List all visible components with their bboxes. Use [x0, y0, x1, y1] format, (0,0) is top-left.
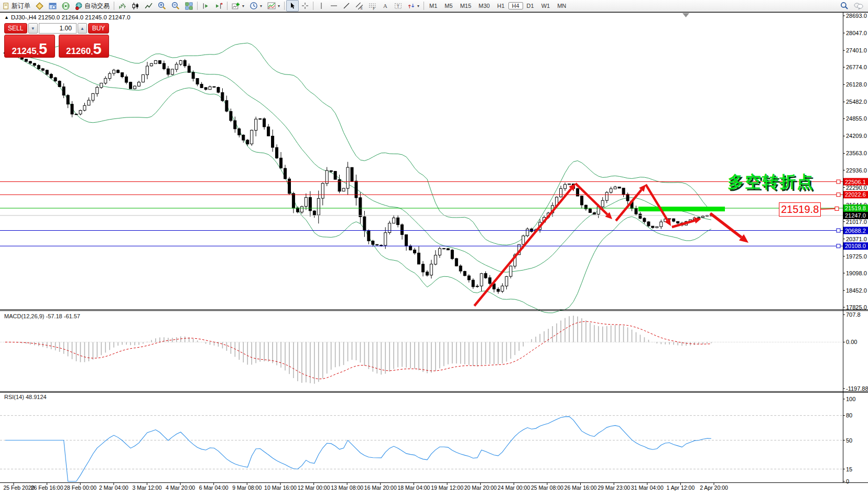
volume-up-button[interactable]: ▲	[78, 23, 87, 34]
svg-text:0.00: 0.00	[846, 339, 857, 345]
tile-windows-button[interactable]	[182, 0, 196, 12]
sound-button[interactable]	[59, 0, 72, 12]
buy-button[interactable]: BUY	[88, 23, 109, 34]
timeframe-button-M30[interactable]: M30	[475, 2, 493, 9]
collapse-arrow-icon[interactable]: ▲	[4, 15, 9, 20]
symbol-ohlc-text: DJ30-,H4 21250.0 21264.0 21245.0 21247.0	[11, 14, 131, 20]
market-watch-button[interactable]	[33, 0, 46, 12]
symbol-info-line[interactable]: ▲ DJ30-,H4 21250.0 21264.0 21245.0 21247…	[4, 14, 131, 20]
svg-text:707.8: 707.8	[846, 311, 861, 318]
trendline-icon	[343, 2, 350, 9]
svg-text:3 Mar 12:00: 3 Mar 12:00	[132, 485, 161, 491]
periods-button[interactable]: ▾	[247, 0, 265, 12]
svg-text:25 Mar 08:00: 25 Mar 08:00	[531, 485, 563, 491]
callout-anchor-handle[interactable]	[835, 207, 839, 211]
chevron-down-icon: ▾	[242, 4, 244, 8]
bollinger-middle	[5, 53, 711, 272]
svg-text:28693.0: 28693.0	[846, 13, 867, 19]
svg-text:1 Apr 12:00: 1 Apr 12:00	[667, 485, 695, 491]
svg-text:50: 50	[846, 437, 852, 444]
svg-text:12 Mar 00:00: 12 Mar 00:00	[298, 485, 330, 491]
svg-text:24209.0: 24209.0	[846, 133, 867, 139]
svg-text:100: 100	[846, 396, 855, 402]
bollinger-lower	[5, 53, 711, 313]
autotrading-button[interactable]: 自动交易	[72, 0, 112, 12]
timeframe-button-M1[interactable]: M1	[426, 2, 441, 9]
svg-text:31 Mar 04:00: 31 Mar 04:00	[631, 485, 664, 491]
horizontal-lines[interactable]	[0, 180, 843, 248]
chevron-down-icon: ▾	[260, 4, 262, 8]
macd-signal-line	[5, 321, 711, 379]
time-axis: 25 Feb 202026 Feb 16:0028 Feb 00:002 Mar…	[4, 483, 728, 491]
timeframe-button-W1[interactable]: W1	[538, 2, 554, 9]
zoom-in-button[interactable]	[155, 0, 169, 12]
svg-text:26 Mar 16:00: 26 Mar 16:00	[565, 485, 597, 491]
svg-text:2 Apr 20:00: 2 Apr 20:00	[700, 485, 728, 491]
indicators-button[interactable]: ▾	[229, 0, 247, 12]
volume-input[interactable]	[39, 23, 77, 34]
svg-text:27401.0: 27401.0	[846, 47, 867, 53]
bar-chart-mode-button[interactable]	[116, 0, 129, 12]
separator	[227, 2, 227, 10]
svg-text:19 Mar 12:00: 19 Mar 12:00	[431, 485, 463, 491]
text-tool-button[interactable]: A	[379, 0, 392, 12]
svg-text:18452.0: 18452.0	[846, 287, 867, 294]
auto-scroll-button[interactable]	[212, 0, 225, 12]
rsi-line	[5, 416, 711, 481]
svg-text:T: T	[397, 3, 400, 8]
candles-layer	[4, 52, 713, 294]
candle-chart-mode-button[interactable]	[129, 0, 142, 12]
svg-text:23563.0: 23563.0	[846, 150, 867, 156]
arrows-tool-button[interactable]: ▾	[405, 0, 422, 12]
line-chart-mode-button[interactable]	[142, 0, 155, 12]
svg-text:15: 15	[846, 466, 852, 472]
chat-icon[interactable]	[854, 2, 863, 10]
search-icon[interactable]	[840, 2, 849, 10]
main-chart-canvas[interactable]: 28693.028047.027401.026774.026128.025482…	[0, 0, 868, 495]
timeframe-button-M15[interactable]: M15	[457, 2, 475, 9]
crosshair-tool-button[interactable]	[299, 0, 311, 12]
vertical-line-tool-button[interactable]	[315, 0, 328, 12]
svg-text:F: F	[373, 7, 375, 10]
svg-text:26128.0: 26128.0	[846, 81, 867, 88]
zoom-out-button[interactable]	[169, 0, 182, 12]
buy-price-int: 21260	[66, 47, 91, 56]
buy-price-box[interactable]: 21260.5	[59, 35, 110, 58]
trendline-tool-button[interactable]	[340, 0, 353, 12]
line-chart-icon	[145, 2, 153, 10]
clock-icon	[249, 2, 258, 10]
sell-price-box[interactable]: 21245.5	[4, 35, 55, 58]
chart-shift-button[interactable]	[199, 0, 212, 12]
svg-text:20688.2: 20688.2	[845, 228, 866, 234]
volume-down-button[interactable]: ▼	[28, 23, 38, 34]
svg-text:13 Mar 08:00: 13 Mar 08:00	[331, 485, 363, 491]
svg-text:25 Feb 2020: 25 Feb 2020	[4, 485, 35, 491]
cursor-tool-button[interactable]	[286, 0, 299, 12]
buy-price-dec: 5	[93, 43, 101, 56]
timeframe-button-M5[interactable]: M5	[441, 2, 456, 9]
text-label-tool-button[interactable]: T	[392, 0, 405, 12]
timeframe-button-H4[interactable]: H4	[508, 2, 523, 9]
new-order-button[interactable]: 新订单	[1, 0, 33, 12]
data-window-button[interactable]	[46, 0, 59, 12]
horizontal-line-tool-button[interactable]	[328, 0, 340, 12]
turning-point-annotation[interactable]: 多空转折点	[728, 171, 814, 193]
timeframe-button-D1[interactable]: D1	[523, 2, 538, 9]
svg-text:24855.0: 24855.0	[846, 115, 867, 122]
channel-tool-button[interactable]: E	[353, 0, 366, 12]
fibonacci-tool-button[interactable]: F	[366, 0, 379, 12]
sell-button[interactable]: SELL	[4, 23, 27, 34]
templates-button[interactable]: ▾	[265, 0, 283, 12]
timeframe-button-H1[interactable]: H1	[493, 2, 508, 9]
timeframe-button-MN[interactable]: MN	[554, 2, 570, 9]
svg-text:10 Mar 16:00: 10 Mar 16:00	[264, 485, 297, 491]
svg-text:22022.6: 22022.6	[845, 191, 866, 198]
svg-text:19098.0: 19098.0	[846, 270, 867, 276]
sell-price-dec: 5	[39, 43, 47, 56]
chart-shift-marker[interactable]	[682, 13, 689, 17]
trend-arrows[interactable]	[474, 184, 748, 306]
svg-text:20108.0: 20108.0	[845, 243, 866, 249]
price-callout-label[interactable]: 21519.8	[779, 202, 821, 217]
svg-text:25482.0: 25482.0	[846, 99, 867, 105]
svg-text:E: E	[361, 6, 363, 9]
